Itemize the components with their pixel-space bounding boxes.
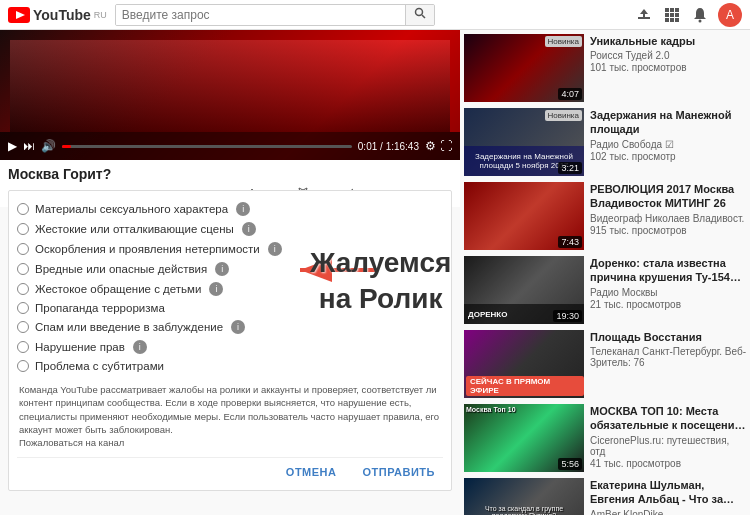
left-panel: ▶ ⏭ 🔊 0:01 / 1:16:43 ⚙ ⛶ Москва Горит? 1… <box>0 30 460 515</box>
card-info-5: Площадь Восстания Телеканал Санкт-Петерб… <box>590 330 746 398</box>
complaint-option-1[interactable]: Материалы сексуального характера i <box>17 199 443 219</box>
sidebar-video-5[interactable]: СЕЙЧАС В ПРЯМОМ ЭФИРЕ Площадь Восстания … <box>464 330 746 398</box>
svg-rect-7 <box>665 8 669 12</box>
video-title: Москва Горит? <box>8 166 452 182</box>
svg-rect-8 <box>670 8 674 12</box>
svg-rect-9 <box>675 8 679 12</box>
card-channel-4: Радио Москвы <box>590 287 746 298</box>
radio-2[interactable] <box>17 223 29 235</box>
next-button[interactable]: ⏭ <box>23 139 35 153</box>
svg-rect-12 <box>675 13 679 17</box>
avatar[interactable]: А <box>718 3 742 27</box>
settings-button[interactable]: ⚙ <box>425 139 436 153</box>
main-content: ▶ ⏭ 🔊 0:01 / 1:16:43 ⚙ ⛶ Москва Горит? 1… <box>0 30 750 515</box>
complaint-option-4[interactable]: Вредные или опасные действия i <box>17 259 443 279</box>
card-info-1: Уникальные кадры Роисся Тудей 2.0 101 ты… <box>590 34 746 102</box>
info-icon-4[interactable]: i <box>215 262 229 276</box>
sidebar-video-7[interactable]: Что за скандал в группе поддержки Путина… <box>464 478 746 515</box>
card-channel-7: AmBer KlonDike <box>590 509 746 515</box>
info-icon-2[interactable]: i <box>242 222 256 236</box>
svg-marker-5 <box>640 9 648 14</box>
progress-fill <box>62 145 71 148</box>
card-info-2: Задержания на Манежной площади Радио Сво… <box>590 108 746 176</box>
info-icon-3[interactable]: i <box>268 242 282 256</box>
submit-button[interactable]: ОТПРАВИТЬ <box>355 462 443 482</box>
card-info-7: Екатерина Шульман, Евгения Альбац - Что … <box>590 478 746 515</box>
logo[interactable]: YouTubeRU <box>8 7 107 23</box>
duration-6: 5:56 <box>558 458 582 470</box>
complaint-option-6[interactable]: Пропаганда терроризма <box>17 299 443 317</box>
complaint-option-2[interactable]: Жестокие или отталкивающие сцены i <box>17 219 443 239</box>
card-views-6: 41 тыс. просмотров <box>590 458 746 469</box>
radio-8[interactable] <box>17 341 29 353</box>
complaint-option-3[interactable]: Оскорбления и проявления нетерпимости i <box>17 239 443 259</box>
card-title-1: Уникальные кадры <box>590 34 746 48</box>
card-channel-1: Роисся Тудей 2.0 <box>590 50 746 61</box>
thumb-7: Что за скандал в группе поддержки Путина… <box>464 478 584 515</box>
card-channel-3: Видеограф Николаев Владивост. <box>590 213 746 224</box>
card-title-6: МОСКВА ТОП 10: Места обязательные к посе… <box>590 404 746 433</box>
duration-4: 19:30 <box>553 310 582 322</box>
badge-2: Новинка <box>545 110 583 121</box>
card-views-2: 102 тыс. просмотр <box>590 151 746 162</box>
sidebar-video-4[interactable]: ДОРЕНКО 19:30 Доренко: стала известна пр… <box>464 256 746 324</box>
apps-icon[interactable] <box>662 5 682 25</box>
card-title-4: Доренко: стала известна причина крушения… <box>590 256 746 285</box>
radio-4[interactable] <box>17 263 29 275</box>
search-icon <box>414 7 426 19</box>
complaint-option-7[interactable]: Спам или введение в заблуждение i <box>17 317 443 337</box>
thumb-4: ДОРЕНКО 19:30 <box>464 256 584 324</box>
search-bar <box>115 4 435 26</box>
sidebar-video-1[interactable]: 4:07 Новинка Уникальные кадры Роисся Туд… <box>464 34 746 102</box>
svg-point-2 <box>415 9 422 16</box>
svg-rect-11 <box>670 13 674 17</box>
card-info-3: РЕВОЛЮЦИЯ 2017 Москва Владивосток МИТИНГ… <box>590 182 746 250</box>
complaint-option-9[interactable]: Проблема с субтитрами <box>17 357 443 375</box>
thumb-6: Москва Топ 10 5:56 <box>464 404 584 472</box>
disclaimer-text: Команда YouTube рассматривает жалобы на … <box>17 383 443 449</box>
bell-icon[interactable] <box>690 5 710 25</box>
fullscreen-button[interactable]: ⛶ <box>440 139 452 153</box>
svg-line-3 <box>422 15 425 18</box>
thumb-5: СЕЙЧАС В ПРЯМОМ ЭФИРЕ <box>464 330 584 398</box>
info-icon-5[interactable]: i <box>209 282 223 296</box>
info-icon-8[interactable]: i <box>133 340 147 354</box>
complaint-footer: ОТМЕНА ОТПРАВИТЬ <box>17 457 443 482</box>
duration-3: 7:43 <box>558 236 582 248</box>
sidebar-video-6[interactable]: Москва Топ 10 5:56 МОСКВА ТОП 10: Места … <box>464 404 746 472</box>
info-icon-1[interactable]: i <box>236 202 250 216</box>
svg-rect-10 <box>665 13 669 17</box>
volume-button[interactable]: 🔊 <box>41 139 56 153</box>
radio-3[interactable] <box>17 243 29 255</box>
duration-2: 3:21 <box>558 162 582 174</box>
upload-icon[interactable] <box>634 5 654 25</box>
complaint-options-list: Материалы сексуального характера i Жесто… <box>17 199 443 375</box>
play-button[interactable]: ▶ <box>8 139 17 153</box>
info-icon-7[interactable]: i <box>231 320 245 334</box>
sidebar-video-2[interactable]: Задержания на Манежной площади 5 ноября … <box>464 108 746 176</box>
search-button[interactable] <box>405 5 434 25</box>
radio-7[interactable] <box>17 321 29 333</box>
live-badge-5: СЕЙЧАС В ПРЯМОМ ЭФИРЕ <box>466 376 584 396</box>
search-input[interactable] <box>116 5 405 25</box>
svg-rect-15 <box>675 18 679 22</box>
radio-9[interactable] <box>17 360 29 372</box>
card-title-2: Задержания на Манежной площади <box>590 108 746 137</box>
logo-text: YouTube <box>33 7 91 23</box>
radio-5[interactable] <box>17 283 29 295</box>
card-title-7: Екатерина Шульман, Евгения Альбац - Что … <box>590 478 746 507</box>
sidebar-video-3[interactable]: 7:43 РЕВОЛЮЦИЯ 2017 Москва Владивосток М… <box>464 182 746 250</box>
badge-1: Новинка <box>545 36 583 47</box>
video-controls: ▶ ⏭ 🔊 0:01 / 1:16:43 ⚙ ⛶ <box>0 132 460 160</box>
progress-bar[interactable] <box>62 145 352 148</box>
right-panel: 4:07 Новинка Уникальные кадры Роисся Туд… <box>460 30 750 515</box>
card-channel-6: CiceronePlus.ru: путешествия, отд <box>590 435 746 457</box>
radio-1[interactable] <box>17 203 29 215</box>
complaint-option-8[interactable]: Нарушение прав i <box>17 337 443 357</box>
radio-6[interactable] <box>17 302 29 314</box>
cancel-button[interactable]: ОТМЕНА <box>278 462 345 482</box>
header-icons: А <box>634 3 742 27</box>
video-player[interactable]: ▶ ⏭ 🔊 0:01 / 1:16:43 ⚙ ⛶ <box>0 30 460 160</box>
card-title-3: РЕВОЛЮЦИЯ 2017 Москва Владивосток МИТИНГ… <box>590 182 746 211</box>
complaint-option-5[interactable]: Жестокое обращение с детьми i <box>17 279 443 299</box>
